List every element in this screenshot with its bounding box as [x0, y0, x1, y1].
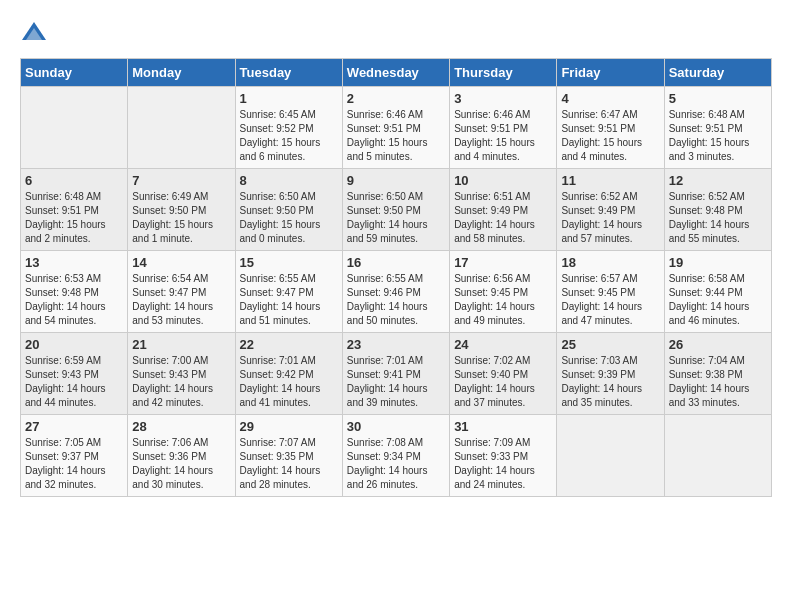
day-info: Sunrise: 6:46 AM Sunset: 9:51 PM Dayligh…	[454, 108, 552, 164]
day-info: Sunrise: 7:08 AM Sunset: 9:34 PM Dayligh…	[347, 436, 445, 492]
weekday-header-sunday: Sunday	[21, 59, 128, 87]
day-number: 5	[669, 91, 767, 106]
day-info: Sunrise: 7:01 AM Sunset: 9:42 PM Dayligh…	[240, 354, 338, 410]
day-number: 6	[25, 173, 123, 188]
day-number: 22	[240, 337, 338, 352]
calendar-cell: 14Sunrise: 6:54 AM Sunset: 9:47 PM Dayli…	[128, 251, 235, 333]
calendar-cell: 15Sunrise: 6:55 AM Sunset: 9:47 PM Dayli…	[235, 251, 342, 333]
day-info: Sunrise: 6:52 AM Sunset: 9:49 PM Dayligh…	[561, 190, 659, 246]
calendar-cell: 30Sunrise: 7:08 AM Sunset: 9:34 PM Dayli…	[342, 415, 449, 497]
calendar-cell: 13Sunrise: 6:53 AM Sunset: 9:48 PM Dayli…	[21, 251, 128, 333]
day-info: Sunrise: 7:06 AM Sunset: 9:36 PM Dayligh…	[132, 436, 230, 492]
day-number: 3	[454, 91, 552, 106]
day-info: Sunrise: 7:00 AM Sunset: 9:43 PM Dayligh…	[132, 354, 230, 410]
day-number: 15	[240, 255, 338, 270]
day-info: Sunrise: 7:05 AM Sunset: 9:37 PM Dayligh…	[25, 436, 123, 492]
calendar-cell	[557, 415, 664, 497]
day-number: 23	[347, 337, 445, 352]
day-info: Sunrise: 6:55 AM Sunset: 9:46 PM Dayligh…	[347, 272, 445, 328]
day-info: Sunrise: 6:54 AM Sunset: 9:47 PM Dayligh…	[132, 272, 230, 328]
day-number: 4	[561, 91, 659, 106]
day-info: Sunrise: 6:49 AM Sunset: 9:50 PM Dayligh…	[132, 190, 230, 246]
weekday-header-tuesday: Tuesday	[235, 59, 342, 87]
week-row-3: 13Sunrise: 6:53 AM Sunset: 9:48 PM Dayli…	[21, 251, 772, 333]
day-number: 19	[669, 255, 767, 270]
day-info: Sunrise: 6:50 AM Sunset: 9:50 PM Dayligh…	[240, 190, 338, 246]
day-number: 1	[240, 91, 338, 106]
calendar-cell: 4Sunrise: 6:47 AM Sunset: 9:51 PM Daylig…	[557, 87, 664, 169]
day-info: Sunrise: 6:55 AM Sunset: 9:47 PM Dayligh…	[240, 272, 338, 328]
calendar-cell: 3Sunrise: 6:46 AM Sunset: 9:51 PM Daylig…	[450, 87, 557, 169]
day-number: 17	[454, 255, 552, 270]
page-header	[20, 20, 772, 48]
calendar-cell: 22Sunrise: 7:01 AM Sunset: 9:42 PM Dayli…	[235, 333, 342, 415]
weekday-header-wednesday: Wednesday	[342, 59, 449, 87]
day-number: 2	[347, 91, 445, 106]
day-info: Sunrise: 6:46 AM Sunset: 9:51 PM Dayligh…	[347, 108, 445, 164]
weekday-header-thursday: Thursday	[450, 59, 557, 87]
calendar-cell: 16Sunrise: 6:55 AM Sunset: 9:46 PM Dayli…	[342, 251, 449, 333]
day-info: Sunrise: 7:02 AM Sunset: 9:40 PM Dayligh…	[454, 354, 552, 410]
day-number: 13	[25, 255, 123, 270]
calendar-cell: 31Sunrise: 7:09 AM Sunset: 9:33 PM Dayli…	[450, 415, 557, 497]
weekday-header-saturday: Saturday	[664, 59, 771, 87]
calendar-cell: 23Sunrise: 7:01 AM Sunset: 9:41 PM Dayli…	[342, 333, 449, 415]
day-number: 20	[25, 337, 123, 352]
day-info: Sunrise: 6:51 AM Sunset: 9:49 PM Dayligh…	[454, 190, 552, 246]
day-info: Sunrise: 6:48 AM Sunset: 9:51 PM Dayligh…	[25, 190, 123, 246]
day-info: Sunrise: 6:59 AM Sunset: 9:43 PM Dayligh…	[25, 354, 123, 410]
calendar-cell: 5Sunrise: 6:48 AM Sunset: 9:51 PM Daylig…	[664, 87, 771, 169]
calendar-cell: 7Sunrise: 6:49 AM Sunset: 9:50 PM Daylig…	[128, 169, 235, 251]
day-number: 8	[240, 173, 338, 188]
logo	[20, 20, 52, 48]
day-number: 9	[347, 173, 445, 188]
calendar-cell: 27Sunrise: 7:05 AM Sunset: 9:37 PM Dayli…	[21, 415, 128, 497]
week-row-2: 6Sunrise: 6:48 AM Sunset: 9:51 PM Daylig…	[21, 169, 772, 251]
week-row-4: 20Sunrise: 6:59 AM Sunset: 9:43 PM Dayli…	[21, 333, 772, 415]
weekday-header-monday: Monday	[128, 59, 235, 87]
day-info: Sunrise: 6:48 AM Sunset: 9:51 PM Dayligh…	[669, 108, 767, 164]
calendar-cell: 29Sunrise: 7:07 AM Sunset: 9:35 PM Dayli…	[235, 415, 342, 497]
calendar-cell: 25Sunrise: 7:03 AM Sunset: 9:39 PM Dayli…	[557, 333, 664, 415]
calendar-cell: 9Sunrise: 6:50 AM Sunset: 9:50 PM Daylig…	[342, 169, 449, 251]
day-number: 31	[454, 419, 552, 434]
day-number: 7	[132, 173, 230, 188]
calendar-cell: 12Sunrise: 6:52 AM Sunset: 9:48 PM Dayli…	[664, 169, 771, 251]
weekday-header-friday: Friday	[557, 59, 664, 87]
calendar-cell: 19Sunrise: 6:58 AM Sunset: 9:44 PM Dayli…	[664, 251, 771, 333]
day-number: 24	[454, 337, 552, 352]
day-info: Sunrise: 6:52 AM Sunset: 9:48 PM Dayligh…	[669, 190, 767, 246]
calendar-cell: 8Sunrise: 6:50 AM Sunset: 9:50 PM Daylig…	[235, 169, 342, 251]
calendar-cell: 20Sunrise: 6:59 AM Sunset: 9:43 PM Dayli…	[21, 333, 128, 415]
day-number: 26	[669, 337, 767, 352]
calendar-cell	[128, 87, 235, 169]
day-info: Sunrise: 7:04 AM Sunset: 9:38 PM Dayligh…	[669, 354, 767, 410]
calendar-cell: 17Sunrise: 6:56 AM Sunset: 9:45 PM Dayli…	[450, 251, 557, 333]
day-info: Sunrise: 6:56 AM Sunset: 9:45 PM Dayligh…	[454, 272, 552, 328]
day-info: Sunrise: 7:03 AM Sunset: 9:39 PM Dayligh…	[561, 354, 659, 410]
calendar-header: SundayMondayTuesdayWednesdayThursdayFrid…	[21, 59, 772, 87]
day-number: 11	[561, 173, 659, 188]
calendar-cell	[21, 87, 128, 169]
logo-icon	[20, 20, 48, 48]
calendar-cell: 1Sunrise: 6:45 AM Sunset: 9:52 PM Daylig…	[235, 87, 342, 169]
calendar-cell: 10Sunrise: 6:51 AM Sunset: 9:49 PM Dayli…	[450, 169, 557, 251]
calendar-cell: 6Sunrise: 6:48 AM Sunset: 9:51 PM Daylig…	[21, 169, 128, 251]
calendar-cell: 21Sunrise: 7:00 AM Sunset: 9:43 PM Dayli…	[128, 333, 235, 415]
day-info: Sunrise: 6:50 AM Sunset: 9:50 PM Dayligh…	[347, 190, 445, 246]
day-info: Sunrise: 7:09 AM Sunset: 9:33 PM Dayligh…	[454, 436, 552, 492]
week-row-5: 27Sunrise: 7:05 AM Sunset: 9:37 PM Dayli…	[21, 415, 772, 497]
day-number: 29	[240, 419, 338, 434]
day-number: 12	[669, 173, 767, 188]
day-number: 28	[132, 419, 230, 434]
day-info: Sunrise: 6:53 AM Sunset: 9:48 PM Dayligh…	[25, 272, 123, 328]
calendar-body: 1Sunrise: 6:45 AM Sunset: 9:52 PM Daylig…	[21, 87, 772, 497]
day-number: 30	[347, 419, 445, 434]
calendar-cell: 24Sunrise: 7:02 AM Sunset: 9:40 PM Dayli…	[450, 333, 557, 415]
calendar-cell: 11Sunrise: 6:52 AM Sunset: 9:49 PM Dayli…	[557, 169, 664, 251]
day-number: 10	[454, 173, 552, 188]
day-number: 14	[132, 255, 230, 270]
day-info: Sunrise: 7:01 AM Sunset: 9:41 PM Dayligh…	[347, 354, 445, 410]
day-number: 27	[25, 419, 123, 434]
day-info: Sunrise: 6:58 AM Sunset: 9:44 PM Dayligh…	[669, 272, 767, 328]
